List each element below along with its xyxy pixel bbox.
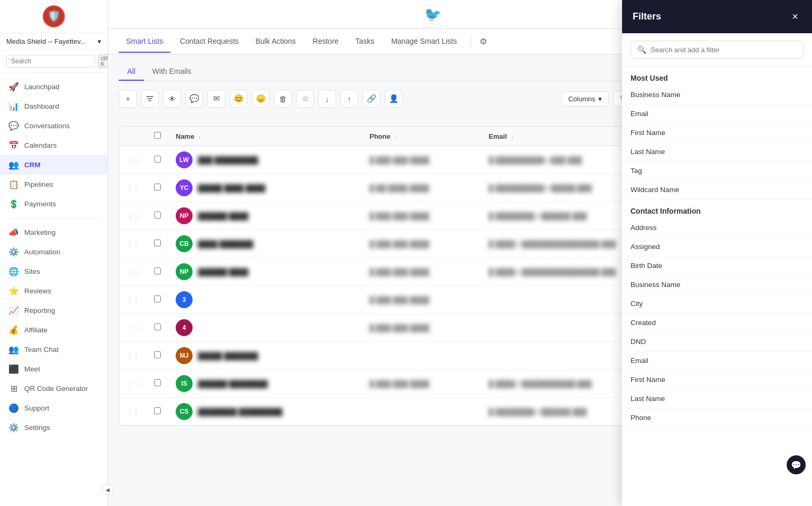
sad-button[interactable]: 😞	[252, 90, 270, 108]
contact-name[interactable]	[198, 296, 200, 304]
user-button[interactable]: 👤	[385, 90, 403, 108]
contact-name[interactable]: ██████ ████	[198, 212, 249, 220]
row-checkbox[interactable]	[154, 323, 161, 330]
sidebar-item-conversations[interactable]: 💬 Conversations	[0, 116, 108, 136]
link-button[interactable]: 🔗	[362, 90, 380, 108]
drag-handle-icon[interactable]: ⋮⋮	[127, 241, 139, 248]
tab-settings-icon[interactable]: ⚙	[477, 34, 489, 49]
sidebar-item-calendars[interactable]: 📅 Calendars	[0, 136, 108, 155]
account-selector[interactable]: Media Shield -- Fayettev... ▾	[0, 33, 108, 50]
row-checkbox[interactable]	[154, 212, 161, 218]
sidebar-item-settings[interactable]: ⚙️ Settings	[0, 418, 108, 437]
row-checkbox[interactable]	[154, 351, 161, 358]
tab-tasks[interactable]: Tasks	[348, 31, 382, 53]
message-button[interactable]: 💬	[185, 90, 203, 108]
sidebar-item-launchpad[interactable]: 🚀 Launchpad	[0, 77, 108, 97]
name-col-header[interactable]: Name ↓	[168, 127, 362, 146]
tab-bulk-actions[interactable]: Bulk Actions	[248, 31, 303, 53]
sidebar-item-automation[interactable]: ⚙️ Automation	[0, 242, 108, 262]
filter-item[interactable]: Assigned	[622, 237, 812, 256]
sidebar-item-marketing[interactable]: 📣 Marketing	[0, 223, 108, 242]
drag-handle-icon[interactable]: ⋮⋮	[127, 213, 139, 220]
contact-name[interactable]: ██████ ████	[198, 268, 249, 276]
sidebar-item-qr-code[interactable]: ⊞ QR Code Generator	[0, 379, 108, 398]
filters-search-input[interactable]	[651, 46, 797, 54]
sub-tab-all[interactable]: All	[119, 63, 144, 81]
filter-item[interactable]: Email	[622, 351, 812, 370]
row-checkbox[interactable]	[154, 407, 161, 414]
sidebar-item-support[interactable]: 🔵 Support	[0, 398, 108, 418]
sub-tab-with-emails[interactable]: With Emails	[144, 63, 200, 81]
row-checkbox[interactable]	[154, 379, 161, 386]
sidebar-item-pipelines[interactable]: 📋 Pipelines	[0, 175, 108, 194]
filter-item[interactable]: Address	[622, 218, 812, 237]
sidebar-item-reporting[interactable]: 📈 Reporting	[0, 301, 108, 320]
filter-item[interactable]: First Name	[622, 370, 812, 389]
sidebar-item-crm[interactable]: 👥 CRM	[0, 155, 108, 175]
star-button[interactable]: ☆	[296, 90, 314, 108]
smiley-button[interactable]: 😊	[230, 90, 247, 108]
row-checkbox[interactable]	[154, 268, 161, 274]
filter-button[interactable]	[141, 90, 159, 108]
contact-name[interactable]	[198, 324, 200, 332]
email-button[interactable]: ✉	[207, 90, 225, 108]
tab-contact-requests[interactable]: Contact Requests	[173, 31, 246, 53]
download-button[interactable]: ↓	[318, 90, 336, 108]
sidebar-item-sites[interactable]: 🌐 Sites	[0, 262, 108, 281]
contact-name[interactable]: █████ ███████	[198, 352, 258, 360]
filter-item[interactable]: DND	[622, 332, 812, 351]
drag-handle-icon[interactable]: ⋮⋮	[127, 157, 139, 164]
sidebar-item-payments[interactable]: 💲 Payments	[0, 194, 108, 214]
contact-name[interactable]: ██████ ████████	[198, 380, 268, 388]
filter-item[interactable]: Email	[622, 104, 812, 123]
filter-item[interactable]: Wildcard Name	[622, 180, 812, 199]
columns-button[interactable]: Columns ▾	[561, 91, 609, 107]
tab-smart-lists[interactable]: Smart Lists	[119, 31, 170, 53]
drag-handle-icon[interactable]: ⋮⋮	[127, 352, 139, 360]
filter-item[interactable]: Last Name	[622, 389, 812, 408]
filter-item[interactable]: Birth Date	[622, 256, 812, 275]
upload-button[interactable]: ↑	[340, 90, 358, 108]
filter-item[interactable]: Created	[622, 313, 812, 332]
filters-search-input-wrapper: 🔍	[631, 41, 804, 59]
sidebar-item-reviews[interactable]: ⭐ Reviews	[0, 281, 108, 301]
select-all-checkbox[interactable]	[154, 132, 161, 139]
row-checkbox[interactable]	[154, 184, 161, 190]
filter-item[interactable]: Phone	[622, 408, 812, 427]
chat-icon[interactable]: 💬	[787, 455, 806, 474]
drag-handle-cell: ⋮⋮	[119, 174, 147, 202]
contact-name[interactable]: ███ █████████	[198, 156, 258, 164]
tab-restore[interactable]: Restore	[305, 31, 346, 53]
tab-manage-smart-lists[interactable]: Manage Smart Lists	[384, 31, 464, 53]
sidebar-item-team-chat[interactable]: 👥 Team Chat	[0, 340, 108, 359]
drag-handle-icon[interactable]: ⋮⋮	[127, 269, 139, 276]
filter-item[interactable]: Last Name	[622, 142, 812, 161]
filter-item[interactable]: Business Name	[622, 275, 812, 294]
calendars-icon: 📅	[8, 140, 19, 150]
phone-col-header[interactable]: Phone ↓	[362, 127, 481, 146]
drag-handle-icon[interactable]: ⋮⋮	[127, 297, 139, 304]
sidebar-item-dashboard[interactable]: 📊 Dashboard	[0, 97, 108, 116]
sidebar-item-affiliate[interactable]: 💰 Affiliate	[0, 320, 108, 340]
view-button[interactable]: 👁	[163, 90, 181, 108]
contact-name[interactable]: ████ ███████	[198, 240, 253, 248]
contact-name[interactable]: ████████ █████████	[198, 408, 282, 416]
filter-item[interactable]: Tag	[622, 161, 812, 180]
drag-handle-icon[interactable]: ⋮⋮	[127, 185, 139, 192]
filters-close-button[interactable]: ×	[789, 9, 801, 24]
row-checkbox[interactable]	[154, 295, 161, 302]
search-input[interactable]	[6, 55, 95, 68]
drag-handle-icon[interactable]: ⋮⋮	[127, 324, 139, 332]
filter-item[interactable]: Business Name	[622, 85, 812, 104]
sidebar-item-meet[interactable]: ⬛ Meet	[0, 359, 108, 379]
filter-item[interactable]: City	[622, 294, 812, 313]
drag-handle-icon[interactable]: ⋮⋮	[127, 380, 139, 388]
most-used-section-title: Most Used	[622, 66, 812, 85]
contact-name[interactable]: █████ ████-████	[198, 184, 265, 192]
filter-item[interactable]: First Name	[622, 123, 812, 142]
row-checkbox[interactable]	[154, 240, 161, 246]
drag-handle-icon[interactable]: ⋮⋮	[127, 408, 139, 416]
row-checkbox[interactable]	[154, 156, 161, 163]
add-button[interactable]: ＋	[119, 90, 137, 108]
delete-button[interactable]: 🗑	[274, 90, 292, 108]
